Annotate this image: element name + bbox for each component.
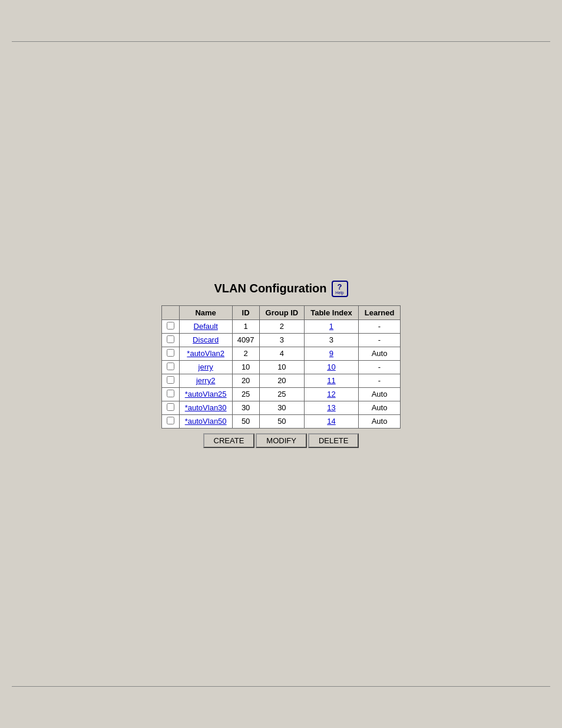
row-id: 2: [232, 347, 259, 360]
row-group-id: 4: [259, 347, 305, 360]
row-checkbox[interactable]: [167, 335, 174, 343]
row-group-id: 20: [259, 374, 305, 387]
row-checkbox[interactable]: [167, 322, 174, 330]
help-question-mark: ?: [338, 283, 342, 291]
row-checkbox[interactable]: [167, 376, 174, 384]
row-checkbox[interactable]: [167, 390, 174, 397]
row-id: 50: [232, 414, 259, 428]
row-checkbox-cell: [161, 360, 179, 374]
row-checkbox-cell: [161, 333, 179, 347]
table-row: *autoVlan50505014Auto: [161, 414, 401, 428]
row-name-link[interactable]: *autoVlan30: [185, 403, 227, 412]
row-name-link[interactable]: *autoVlan50: [185, 417, 227, 426]
row-table-index-link[interactable]: 13: [327, 403, 335, 412]
row-checkbox-cell: [161, 374, 179, 387]
help-button[interactable]: ? Help: [332, 281, 348, 297]
row-name-link[interactable]: Discard: [193, 335, 219, 344]
row-table-index-link[interactable]: 10: [327, 363, 335, 371]
row-table-index-link[interactable]: 9: [329, 349, 333, 358]
row-name[interactable]: jerry2: [179, 374, 232, 387]
row-group-id: 2: [259, 319, 305, 333]
row-name: Default: [179, 319, 232, 333]
modify-button[interactable]: MODIFY: [256, 433, 307, 448]
row-name[interactable]: *autoVlan25: [179, 387, 232, 401]
title-area: VLAN Configuration ? Help: [214, 281, 348, 297]
row-name-link[interactable]: Default: [194, 322, 218, 331]
row-name[interactable]: *autoVlan2: [179, 347, 232, 360]
row-group-id: 10: [259, 360, 305, 374]
row-table-index-link[interactable]: 12: [327, 390, 335, 398]
row-id: 20: [232, 374, 259, 387]
create-button[interactable]: CREATE: [203, 433, 255, 448]
table-row: jerry2202011-: [161, 374, 401, 387]
bottom-rule: [12, 686, 550, 687]
row-learned: -: [358, 333, 401, 347]
row-learned: Auto: [358, 387, 401, 401]
page-content: VLAN Configuration ? Help Name ID Group …: [0, 47, 562, 681]
row-name[interactable]: *autoVlan50: [179, 414, 232, 428]
col-header-name: Name: [179, 305, 232, 319]
row-table-index-link[interactable]: 11: [327, 376, 335, 385]
row-group-id: 3: [259, 333, 305, 347]
row-id: 25: [232, 387, 259, 401]
row-id: 4097: [232, 333, 259, 347]
row-group-id: 25: [259, 387, 305, 401]
row-learned: Auto: [358, 347, 401, 360]
top-rule: [12, 41, 550, 42]
row-checkbox-cell: [161, 319, 179, 333]
table-row: Default121-: [161, 319, 401, 333]
vlan-table: Name ID Group ID Table Index Learned Def…: [161, 305, 401, 429]
row-group-id: 50: [259, 414, 305, 428]
row-learned: -: [358, 374, 401, 387]
table-row: *autoVlan25252512Auto: [161, 387, 401, 401]
row-learned: -: [358, 319, 401, 333]
row-checkbox[interactable]: [167, 363, 174, 370]
row-checkbox-cell: [161, 414, 179, 428]
row-learned: Auto: [358, 401, 401, 414]
row-checkbox-cell: [161, 347, 179, 360]
row-table-index[interactable]: 10: [305, 360, 359, 374]
help-label: Help: [335, 291, 343, 295]
row-name-link[interactable]: jerry: [199, 363, 213, 371]
table-row: Discard409733-: [161, 333, 401, 347]
table-row: *autoVlan30303013Auto: [161, 401, 401, 414]
row-table-index: 3: [305, 333, 359, 347]
row-group-id: 30: [259, 401, 305, 414]
row-table-index[interactable]: 12: [305, 387, 359, 401]
row-id: 1: [232, 319, 259, 333]
row-name-link[interactable]: *autoVlan2: [187, 349, 224, 358]
row-name-link[interactable]: jerry2: [196, 376, 216, 385]
col-header-group-id: Group ID: [259, 305, 305, 319]
row-name[interactable]: *autoVlan30: [179, 401, 232, 414]
row-id: 30: [232, 401, 259, 414]
table-row: *autoVlan2249Auto: [161, 347, 401, 360]
row-table-index-link[interactable]: 1: [329, 322, 333, 331]
row-learned: Auto: [358, 414, 401, 428]
row-checkbox-cell: [161, 401, 179, 414]
row-table-index-link[interactable]: 14: [327, 417, 335, 426]
page-title: VLAN Configuration: [214, 282, 326, 295]
row-name[interactable]: jerry: [179, 360, 232, 374]
row-table-index[interactable]: 11: [305, 374, 359, 387]
row-checkbox[interactable]: [167, 403, 174, 411]
button-row: CREATE MODIFY DELETE: [203, 433, 359, 448]
col-header-table-index: Table Index: [305, 305, 359, 319]
row-id: 10: [232, 360, 259, 374]
row-learned: -: [358, 360, 401, 374]
row-name-link[interactable]: *autoVlan25: [185, 390, 227, 398]
row-checkbox-cell: [161, 387, 179, 401]
col-header-checkbox: [161, 305, 179, 319]
row-table-index[interactable]: 14: [305, 414, 359, 428]
table-row: jerry101010-: [161, 360, 401, 374]
row-table-index[interactable]: 9: [305, 347, 359, 360]
col-header-learned: Learned: [358, 305, 401, 319]
row-name: Discard: [179, 333, 232, 347]
row-checkbox[interactable]: [167, 349, 174, 357]
row-checkbox[interactable]: [167, 417, 174, 424]
row-table-index[interactable]: 13: [305, 401, 359, 414]
col-header-id: ID: [232, 305, 259, 319]
row-table-index[interactable]: 1: [305, 319, 359, 333]
delete-button[interactable]: DELETE: [308, 433, 359, 448]
